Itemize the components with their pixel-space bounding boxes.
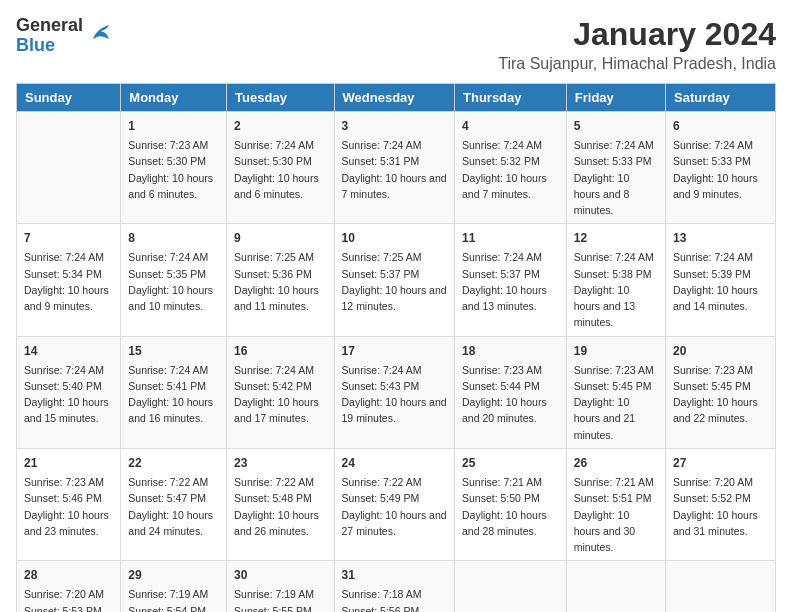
cell-info: Sunrise: 7:24 AMSunset: 5:33 PMDaylight:… [574,137,658,218]
day-number: 7 [24,229,113,247]
calendar-cell: 25Sunrise: 7:21 AMSunset: 5:50 PMDayligh… [455,448,567,560]
column-header-wednesday: Wednesday [334,84,454,112]
cell-info: Sunrise: 7:19 AMSunset: 5:55 PMDaylight:… [234,586,326,612]
day-number: 21 [24,454,113,472]
day-number: 28 [24,566,113,584]
calendar-week-row: 14Sunrise: 7:24 AMSunset: 5:40 PMDayligh… [17,336,776,448]
calendar-week-row: 21Sunrise: 7:23 AMSunset: 5:46 PMDayligh… [17,448,776,560]
day-number: 31 [342,566,447,584]
day-number: 29 [128,566,219,584]
calendar-cell: 28Sunrise: 7:20 AMSunset: 5:53 PMDayligh… [17,561,121,612]
calendar-cell: 9Sunrise: 7:25 AMSunset: 5:36 PMDaylight… [227,224,334,336]
day-number: 30 [234,566,326,584]
day-number: 2 [234,117,326,135]
day-number: 18 [462,342,559,360]
calendar-cell: 24Sunrise: 7:22 AMSunset: 5:49 PMDayligh… [334,448,454,560]
calendar-cell: 5Sunrise: 7:24 AMSunset: 5:33 PMDaylight… [566,112,665,224]
calendar-cell: 17Sunrise: 7:24 AMSunset: 5:43 PMDayligh… [334,336,454,448]
column-header-saturday: Saturday [666,84,776,112]
cell-info: Sunrise: 7:24 AMSunset: 5:42 PMDaylight:… [234,362,326,427]
calendar-cell [455,561,567,612]
logo: General Blue [16,16,117,56]
calendar-cell: 16Sunrise: 7:24 AMSunset: 5:42 PMDayligh… [227,336,334,448]
cell-info: Sunrise: 7:24 AMSunset: 5:38 PMDaylight:… [574,249,658,330]
cell-info: Sunrise: 7:24 AMSunset: 5:39 PMDaylight:… [673,249,768,314]
subtitle: Tira Sujanpur, Himachal Pradesh, India [498,55,776,73]
day-number: 26 [574,454,658,472]
calendar-cell: 30Sunrise: 7:19 AMSunset: 5:55 PMDayligh… [227,561,334,612]
calendar-cell: 23Sunrise: 7:22 AMSunset: 5:48 PMDayligh… [227,448,334,560]
cell-info: Sunrise: 7:20 AMSunset: 5:52 PMDaylight:… [673,474,768,539]
day-number: 20 [673,342,768,360]
day-number: 13 [673,229,768,247]
cell-info: Sunrise: 7:24 AMSunset: 5:35 PMDaylight:… [128,249,219,314]
day-number: 23 [234,454,326,472]
calendar-week-row: 28Sunrise: 7:20 AMSunset: 5:53 PMDayligh… [17,561,776,612]
cell-info: Sunrise: 7:18 AMSunset: 5:56 PMDaylight:… [342,586,447,612]
calendar-cell: 19Sunrise: 7:23 AMSunset: 5:45 PMDayligh… [566,336,665,448]
cell-info: Sunrise: 7:24 AMSunset: 5:34 PMDaylight:… [24,249,113,314]
cell-info: Sunrise: 7:23 AMSunset: 5:30 PMDaylight:… [128,137,219,202]
title-area: January 2024 Tira Sujanpur, Himachal Pra… [498,16,776,73]
day-number: 1 [128,117,219,135]
cell-info: Sunrise: 7:24 AMSunset: 5:31 PMDaylight:… [342,137,447,202]
cell-info: Sunrise: 7:21 AMSunset: 5:50 PMDaylight:… [462,474,559,539]
day-number: 12 [574,229,658,247]
day-number: 8 [128,229,219,247]
calendar-cell: 29Sunrise: 7:19 AMSunset: 5:54 PMDayligh… [121,561,227,612]
cell-info: Sunrise: 7:24 AMSunset: 5:41 PMDaylight:… [128,362,219,427]
logo-bird-icon [87,17,117,54]
cell-info: Sunrise: 7:24 AMSunset: 5:30 PMDaylight:… [234,137,326,202]
column-header-sunday: Sunday [17,84,121,112]
calendar-table: SundayMondayTuesdayWednesdayThursdayFrid… [16,83,776,612]
calendar-cell: 11Sunrise: 7:24 AMSunset: 5:37 PMDayligh… [455,224,567,336]
day-number: 24 [342,454,447,472]
day-number: 25 [462,454,559,472]
calendar-cell [566,561,665,612]
column-header-monday: Monday [121,84,227,112]
calendar-cell: 6Sunrise: 7:24 AMSunset: 5:33 PMDaylight… [666,112,776,224]
calendar-cell [666,561,776,612]
day-number: 17 [342,342,447,360]
cell-info: Sunrise: 7:24 AMSunset: 5:43 PMDaylight:… [342,362,447,427]
cell-info: Sunrise: 7:22 AMSunset: 5:48 PMDaylight:… [234,474,326,539]
calendar-cell: 3Sunrise: 7:24 AMSunset: 5:31 PMDaylight… [334,112,454,224]
day-number: 4 [462,117,559,135]
calendar-cell: 12Sunrise: 7:24 AMSunset: 5:38 PMDayligh… [566,224,665,336]
cell-info: Sunrise: 7:22 AMSunset: 5:47 PMDaylight:… [128,474,219,539]
calendar-cell: 27Sunrise: 7:20 AMSunset: 5:52 PMDayligh… [666,448,776,560]
day-number: 3 [342,117,447,135]
calendar-cell: 4Sunrise: 7:24 AMSunset: 5:32 PMDaylight… [455,112,567,224]
logo-general: General [16,16,83,36]
calendar-cell: 20Sunrise: 7:23 AMSunset: 5:45 PMDayligh… [666,336,776,448]
day-number: 6 [673,117,768,135]
cell-info: Sunrise: 7:24 AMSunset: 5:37 PMDaylight:… [462,249,559,314]
day-number: 11 [462,229,559,247]
calendar-cell [17,112,121,224]
calendar-cell: 2Sunrise: 7:24 AMSunset: 5:30 PMDaylight… [227,112,334,224]
cell-info: Sunrise: 7:23 AMSunset: 5:44 PMDaylight:… [462,362,559,427]
calendar-cell: 7Sunrise: 7:24 AMSunset: 5:34 PMDaylight… [17,224,121,336]
cell-info: Sunrise: 7:19 AMSunset: 5:54 PMDaylight:… [128,586,219,612]
column-header-friday: Friday [566,84,665,112]
day-number: 22 [128,454,219,472]
calendar-cell: 13Sunrise: 7:24 AMSunset: 5:39 PMDayligh… [666,224,776,336]
cell-info: Sunrise: 7:24 AMSunset: 5:33 PMDaylight:… [673,137,768,202]
day-number: 19 [574,342,658,360]
cell-info: Sunrise: 7:23 AMSunset: 5:45 PMDaylight:… [673,362,768,427]
day-number: 5 [574,117,658,135]
calendar-cell: 18Sunrise: 7:23 AMSunset: 5:44 PMDayligh… [455,336,567,448]
calendar-cell: 1Sunrise: 7:23 AMSunset: 5:30 PMDaylight… [121,112,227,224]
calendar-week-row: 1Sunrise: 7:23 AMSunset: 5:30 PMDaylight… [17,112,776,224]
day-number: 27 [673,454,768,472]
cell-info: Sunrise: 7:25 AMSunset: 5:36 PMDaylight:… [234,249,326,314]
cell-info: Sunrise: 7:23 AMSunset: 5:46 PMDaylight:… [24,474,113,539]
day-number: 16 [234,342,326,360]
calendar-cell: 26Sunrise: 7:21 AMSunset: 5:51 PMDayligh… [566,448,665,560]
column-header-thursday: Thursday [455,84,567,112]
logo-blue: Blue [16,36,83,56]
calendar-cell: 21Sunrise: 7:23 AMSunset: 5:46 PMDayligh… [17,448,121,560]
cell-info: Sunrise: 7:21 AMSunset: 5:51 PMDaylight:… [574,474,658,555]
day-number: 14 [24,342,113,360]
calendar-cell: 8Sunrise: 7:24 AMSunset: 5:35 PMDaylight… [121,224,227,336]
